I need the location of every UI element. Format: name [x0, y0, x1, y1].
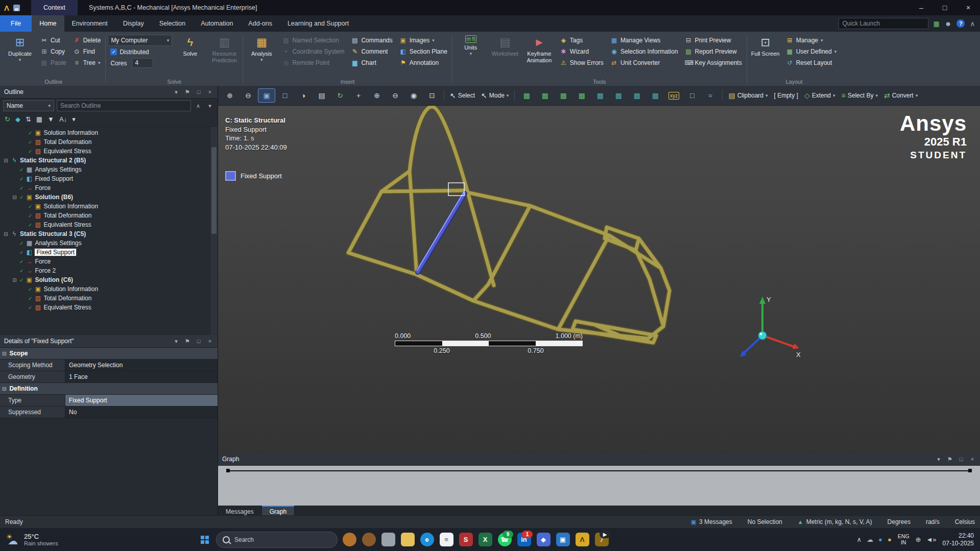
outline-pin-icon[interactable]: ⚑ — [184, 89, 191, 95]
tree-item-solution-information[interactable]: ✓▣Solution Information — [0, 128, 210, 137]
grid-button[interactable]: ▦ — [36, 116, 42, 123]
menu-tab-home[interactable]: Home — [32, 15, 64, 32]
ribbon-analysis-button[interactable]: ▦Analysis▾ — [245, 33, 278, 78]
ribbon-selection-information-button[interactable]: ◉Selection Information — [608, 46, 681, 57]
menu-tab-selection[interactable]: Selection — [152, 15, 193, 32]
menu-tab-add-ons[interactable]: Add-ons — [241, 15, 280, 32]
filter-button[interactable]: ▼ — [47, 116, 54, 123]
graph-menu-caret-icon[interactable]: ▾ — [935, 456, 942, 463]
ribbon-comment-button[interactable]: ✎Comment — [348, 46, 395, 57]
select-by-button[interactable]: ≡Select By▾ — [839, 88, 880, 103]
ribbon-keyframe-animation-button[interactable]: ►Keyframe Animation — [523, 33, 556, 78]
graph-pin-icon[interactable]: ⚑ — [946, 456, 953, 463]
tree-item-fixed-support[interactable]: ✓◧Fixed Support — [0, 248, 210, 257]
vertex-select-button[interactable]: ▩ — [518, 88, 535, 103]
tree-scrollbar[interactable] — [210, 127, 218, 335]
lasso-select-button[interactable]: ▩ — [628, 88, 646, 103]
pan-button[interactable]: + — [350, 88, 367, 103]
details-section-scope[interactable]: ⊟Scope — [0, 348, 218, 360]
photos-app-icon[interactable]: ◆ — [534, 530, 553, 549]
edge-select-button[interactable]: ▩ — [536, 88, 554, 103]
orbit-view-button[interactable]: ◑ — [295, 88, 312, 103]
more-options-icon[interactable]: ▾ — [205, 103, 214, 109]
details-float-icon[interactable]: □ — [195, 338, 202, 345]
linkedin-icon[interactable]: in1 — [514, 530, 534, 549]
tree-item-fixed-support[interactable]: ✓◧Fixed Support — [0, 174, 210, 183]
coordinates-button[interactable]: xyz — [665, 88, 682, 103]
tree-item-equivalent-stress[interactable]: ✓▧Equivalent Stress — [0, 303, 210, 312]
expander-icon[interactable]: ⊟ — [12, 277, 17, 283]
tree-item-equivalent-stress[interactable]: ✓▧Equivalent Stress — [0, 147, 210, 156]
tray-app-orange-icon[interactable]: ● — [888, 536, 892, 543]
tree-item-force-2[interactable]: ✓→Force 2 — [0, 266, 210, 275]
graph-close-icon[interactable]: × — [969, 456, 976, 463]
collapse-ribbon-icon[interactable]: ∧ — [970, 20, 975, 28]
edge-browser-icon[interactable]: e — [417, 530, 437, 549]
ribbon-units-button[interactable]: m ftUnits▾ — [455, 33, 487, 78]
details-menu-caret-icon[interactable]: ▾ — [173, 338, 180, 345]
ribbon-show-errors-button[interactable]: ⚠Show Errors — [557, 57, 606, 68]
ribbon-find-button[interactable]: ⊙Find — [70, 46, 104, 57]
scroll-up-icon[interactable]: ∧ — [194, 103, 203, 109]
refresh-view-button[interactable]: ↻ — [331, 88, 349, 103]
details-close-icon[interactable]: × — [206, 338, 213, 345]
expander-icon[interactable]: ⊟ — [3, 231, 9, 237]
whatsapp-icon[interactable]: ☎9 — [495, 530, 514, 549]
ribbon-delete-button[interactable]: ✗Delete — [70, 35, 104, 45]
eraser-button[interactable]: ◆ — [15, 116, 20, 123]
select-mode-button[interactable]: ↖Mode▾ — [479, 88, 511, 103]
onedrive-icon[interactable]: ☁ — [867, 536, 873, 543]
seasonal-squirrel-icon[interactable] — [340, 530, 359, 549]
tray-app-blue-icon[interactable]: ● — [878, 536, 882, 543]
volume-icon[interactable]: ◄» — [926, 536, 937, 543]
zoom-to-box-button[interactable]: ⊡ — [423, 88, 441, 103]
details-row-suppressed[interactable]: SuppressedNo — [0, 406, 218, 418]
details-row-type[interactable]: TypeFixed Support — [0, 395, 218, 406]
select-through-button[interactable]: ▩ — [647, 88, 664, 103]
ribbon-copy-button[interactable]: ⊞Copy — [38, 46, 69, 57]
zoom-box-button[interactable]: ⊕ — [221, 88, 238, 103]
menu-tab-automation[interactable]: Automation — [193, 15, 241, 32]
ribbon-report-preview-button[interactable]: ▤Report Preview — [682, 46, 745, 57]
name-filter-select[interactable]: Name ▾ — [3, 100, 54, 111]
apps-grid-icon[interactable]: ▦ — [934, 20, 940, 28]
ribbon-images-button[interactable]: ▣Images▾ — [397, 35, 450, 45]
menu-tab-learning-and-support[interactable]: Learning and Support — [280, 15, 356, 32]
ribbon-key-assignments-button[interactable]: ⌨Key Assignments — [682, 57, 745, 68]
details-row-scoping-method[interactable]: Scoping MethodGeometry Selection — [0, 360, 218, 371]
language-switcher[interactable]: ENG IN — [898, 534, 910, 545]
graph-float-icon[interactable]: □ — [958, 456, 965, 463]
zoom-out-button[interactable]: ⊖ — [387, 88, 404, 103]
expander-icon[interactable]: ⊟ — [3, 158, 9, 163]
ribbon-tree-button[interactable]: ≡Tree▾ — [70, 57, 104, 68]
ribbon-annotation-button[interactable]: ⚑Annotation — [397, 57, 450, 68]
file-explorer-icon[interactable] — [398, 530, 417, 549]
tree-item-total-deformation[interactable]: ✓▧Total Deformation — [0, 211, 210, 220]
tree-item-solution-information[interactable]: ✓▣Solution Information — [0, 202, 210, 211]
context-tab[interactable]: Context — [31, 0, 78, 15]
zoom-in-button[interactable]: ⊕ — [368, 88, 386, 103]
ribbon-tags-button[interactable]: ◈Tags — [557, 35, 606, 45]
ribbon-solve-button[interactable]: ϟSolve — [174, 33, 206, 78]
probe-button[interactable]: ≈ — [702, 88, 719, 103]
clipboard-button[interactable]: ▤Clipboard▾ — [726, 88, 770, 103]
save-icon[interactable] — [13, 5, 20, 11]
tree-item-force[interactable]: ✓→Force — [0, 183, 210, 193]
body-select-button[interactable]: ▩ — [573, 88, 590, 103]
media-app-icon[interactable]: ♪▶ — [592, 530, 611, 549]
viewport-3d[interactable]: C: Static StructuralFixed SupportTime: 1… — [218, 106, 980, 453]
view-cube-button[interactable]: □ — [276, 88, 294, 103]
notepad-icon[interactable]: ≡ — [437, 530, 456, 549]
tree-item-solution-information[interactable]: ✓▣Solution Information — [0, 284, 210, 294]
zoom-fit-button[interactable]: ◉ — [405, 88, 422, 103]
isometric-view-button[interactable]: ▣ — [258, 88, 275, 103]
sort-button[interactable]: ⇅ — [26, 116, 31, 123]
weather-widget[interactable]: ☀☁ 25°C Rain showers — [6, 533, 58, 547]
hidden-icons-chevron-icon[interactable]: ∧ — [857, 536, 862, 543]
help-icon[interactable]: ? — [957, 19, 965, 28]
zoom-back-button[interactable]: ⊖ — [240, 88, 257, 103]
maximize-button[interactable]: □ — [933, 0, 957, 15]
user-icon[interactable]: ☻ — [945, 20, 952, 28]
ribbon-full-screen-button[interactable]: ⊡Full Screen — [749, 33, 782, 78]
pinned-app-gray-icon[interactable] — [378, 530, 398, 549]
